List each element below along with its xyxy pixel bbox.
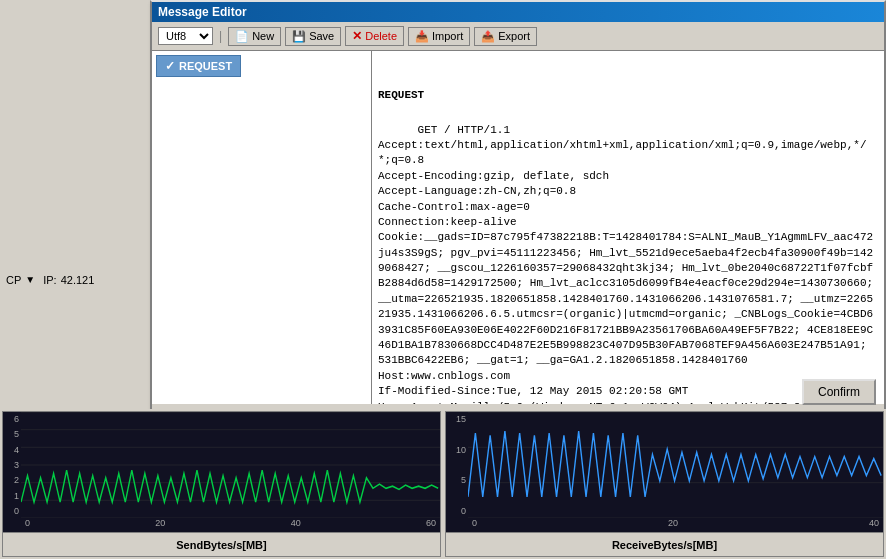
request-item-label: REQUEST (179, 60, 232, 72)
y-axis-left: 0 1 2 3 4 5 6 (3, 412, 21, 518)
delete-icon: ✕ (352, 29, 362, 43)
delete-button[interactable]: ✕ Delete (345, 26, 404, 46)
y-tick: 2 (3, 475, 21, 485)
charts-area: 0 1 2 3 4 5 6 (0, 409, 886, 559)
y-tick: 4 (3, 445, 21, 455)
new-icon: 📄 (235, 30, 249, 43)
title-text: Message Editor (158, 5, 247, 19)
y-tick: 5 (446, 475, 468, 485)
export-button[interactable]: 📤 Export (474, 27, 537, 46)
cp-label: CP (6, 274, 21, 286)
save-button[interactable]: 💾 Save (285, 27, 341, 46)
confirm-button[interactable]: Confirm (802, 379, 876, 405)
y-tick: 6 (3, 414, 21, 424)
y-tick: 1 (3, 491, 21, 501)
ip-value: 42.121 (61, 274, 95, 286)
export-icon: 📤 (481, 30, 495, 43)
request-body: GET / HTTP/1.1 Accept:text/html,applicat… (378, 124, 880, 404)
editor-body: ✓ REQUEST REQUEST GET / HTTP/1.1 Accept:… (152, 51, 884, 404)
send-bytes-chart: 0 1 2 3 4 5 6 (2, 411, 441, 557)
send-bytes-label: SendBytes/s[MB] (3, 532, 440, 556)
request-item[interactable]: ✓ REQUEST (156, 55, 241, 77)
save-label: Save (309, 30, 334, 42)
save-icon: 💾 (292, 30, 306, 43)
y-axis-right: 0 5 10 15 (446, 412, 468, 518)
x-tick: 0 (472, 518, 477, 532)
x-tick: 0 (25, 518, 30, 532)
export-label: Export (498, 30, 530, 42)
y-tick: 0 (3, 506, 21, 516)
import-icon: 📥 (415, 30, 429, 43)
new-button[interactable]: 📄 New (228, 27, 281, 46)
import-button[interactable]: 📥 Import (408, 27, 470, 46)
x-tick: 40 (291, 518, 301, 532)
x-tick: 20 (155, 518, 165, 532)
x-axis-left: 0 20 40 60 (21, 518, 440, 532)
y-tick: 3 (3, 460, 21, 470)
x-axis-right: 0 20 40 (468, 518, 883, 532)
y-tick: 15 (446, 414, 468, 424)
x-tick: 60 (426, 518, 436, 532)
x-tick: 20 (668, 518, 678, 532)
message-editor-window: Message Editor Utf8 GB2312 UTF-16 | 📄 Ne… (150, 0, 886, 415)
request-text-pane[interactable]: REQUEST GET / HTTP/1.1 Accept:text/html,… (372, 51, 884, 404)
new-label: New (252, 30, 274, 42)
ip-label: IP: (43, 274, 56, 286)
chart-inner-right: 0 5 10 15 0 20 40 (446, 412, 883, 532)
y-tick: 0 (446, 506, 468, 516)
receive-bytes-chart: 0 5 10 15 0 20 40 ReceiveB (445, 411, 884, 557)
toolbar: Utf8 GB2312 UTF-16 | 📄 New 💾 Save ✕ Dele… (152, 22, 884, 51)
receive-bytes-svg (468, 412, 883, 518)
delete-label: Delete (365, 30, 397, 42)
import-label: Import (432, 30, 463, 42)
toolbar-divider: | (219, 29, 222, 43)
check-icon: ✓ (165, 59, 175, 73)
y-tick: 5 (3, 429, 21, 439)
encoding-select[interactable]: Utf8 GB2312 UTF-16 (158, 27, 213, 45)
chart-inner-left: 0 1 2 3 4 5 6 (3, 412, 440, 532)
send-bytes-svg (21, 412, 440, 518)
arrow-icon: ▼ (25, 274, 35, 285)
request-title: REQUEST (378, 88, 878, 103)
y-tick: 10 (446, 445, 468, 455)
x-tick: 40 (869, 518, 879, 532)
request-list-pane: ✓ REQUEST (152, 51, 372, 404)
receive-bytes-label: ReceiveBytes/s[MB] (446, 532, 883, 556)
titlebar: Message Editor (152, 2, 884, 22)
